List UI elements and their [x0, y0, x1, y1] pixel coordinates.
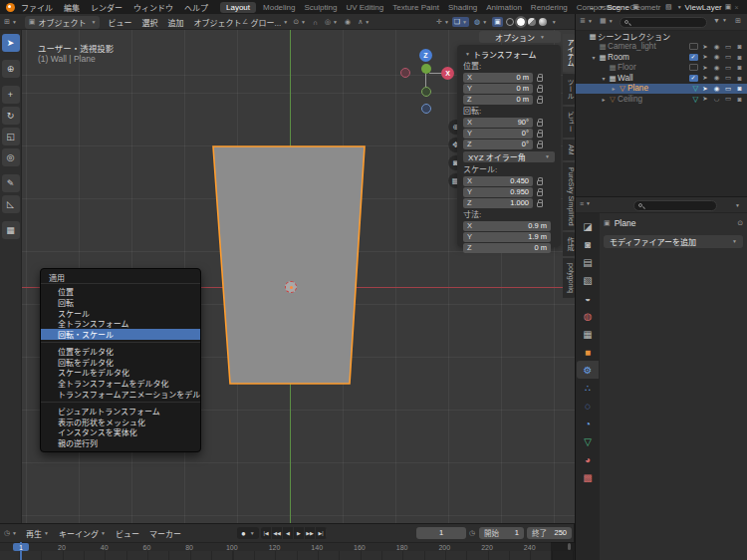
gizmo-neg-x-axis[interactable]	[400, 68, 410, 78]
scale-z-field[interactable]: Z1.000	[463, 198, 533, 208]
snap-target-dropdown[interactable]: ◎▼	[325, 18, 338, 26]
select-icon[interactable]: ➤	[701, 85, 710, 93]
camera-icon[interactable]: ◙	[735, 85, 744, 92]
annotate-tool[interactable]: ✎	[2, 174, 20, 192]
menu-item-スケールをデルタ化[interactable]: スケールをデルタ化	[41, 368, 200, 379]
menu-item-スケール[interactable]: スケール	[41, 308, 200, 319]
tab-constraints[interactable]: ◔	[577, 415, 599, 432]
eye-icon[interactable]: ◉	[712, 85, 721, 93]
collection-checkbox[interactable]	[689, 54, 698, 61]
viewport-menu-オブジェクト[interactable]: オブジェクト	[193, 17, 241, 28]
workspace-tab-UV Editing[interactable]: UV Editing	[346, 3, 383, 12]
shading-solid-button[interactable]	[517, 18, 525, 26]
expand-icon[interactable]: ▸	[600, 96, 608, 103]
outliner-row-Floor[interactable]: ▦Floor➤◉▭◙	[576, 63, 747, 74]
timeline-menu-キーイング[interactable]: キーイング▼	[59, 528, 106, 539]
lock-icon[interactable]	[537, 180, 543, 185]
outliner-row-Plane[interactable]: ▸▽Plane▽➤◉▭◙	[576, 84, 747, 95]
tab-data[interactable]: ▽	[577, 432, 599, 450]
scale-x-field[interactable]: X0.450	[463, 176, 533, 186]
menu-item-全トランスフォーム[interactable]: 全トランスフォーム	[41, 318, 200, 329]
expand-icon[interactable]: ▾	[590, 54, 598, 61]
pin-icon[interactable]: ⊙	[737, 219, 743, 227]
snap-toggle[interactable]: ∩	[311, 18, 320, 27]
menubar-item-編集[interactable]: 編集	[64, 2, 80, 13]
rotation-mode-dropdown[interactable]: XYZ オイラー角▼	[463, 151, 555, 162]
eye-icon[interactable]: ◉	[712, 53, 721, 61]
scene-name[interactable]: Scene	[607, 3, 629, 12]
camera-icon[interactable]: ◙	[735, 43, 744, 50]
gizmo-x-axis[interactable]: X	[441, 67, 454, 80]
show-gizmo-dropdown[interactable]: ✛▼	[436, 18, 449, 26]
wall-mesh-object[interactable]	[213, 146, 365, 384]
add-modifier-button[interactable]: モディファイアーを追加▼	[604, 235, 743, 248]
move-tool[interactable]: +	[2, 86, 20, 104]
timeline-menu-再生[interactable]: 再生▼	[26, 528, 49, 539]
collection-checkbox[interactable]	[689, 43, 698, 50]
tab-modifier[interactable]: ⚙	[577, 361, 599, 379]
xray-toggle[interactable]: ▣	[492, 17, 503, 27]
lock-icon[interactable]	[537, 191, 543, 196]
workspace-tab-Sculpting[interactable]: Sculpting	[305, 3, 338, 12]
transform-tool[interactable]: ◎	[2, 148, 20, 166]
camera-icon[interactable]: ◙	[735, 96, 744, 103]
shading-options-dropdown[interactable]: ▼	[552, 20, 557, 25]
rotation-z-field[interactable]: Z0°	[463, 140, 533, 149]
viewport-menu-選択[interactable]: 選択	[141, 17, 157, 28]
menubar-item-ヘルプ[interactable]: ヘルプ	[184, 2, 208, 13]
menu-item-表示の形状をメッシュ化[interactable]: 表示の形状をメッシュ化	[41, 417, 200, 427]
properties-options-dropdown[interactable]: ▼	[735, 203, 740, 208]
select-icon[interactable]: ➤	[701, 53, 710, 61]
menu-item-全トランスフォームをデルタ化[interactable]: 全トランスフォームをデルタ化	[41, 378, 200, 389]
lock-icon[interactable]	[537, 99, 543, 104]
workspace-tab-Layout[interactable]: Layout	[220, 2, 256, 13]
timeline-tracks[interactable]	[0, 551, 575, 560]
outliner-display-mode-dropdown[interactable]: ▦▼	[600, 17, 614, 25]
auto-keying-toggle[interactable]: ●▼	[237, 527, 259, 539]
lock-icon[interactable]	[537, 143, 543, 148]
properties-editor-type-button[interactable]: ≡▼	[580, 200, 591, 207]
tab-object[interactable]: ■	[577, 343, 599, 361]
gizmo-y-axis[interactable]	[421, 64, 431, 74]
viewlayer-name[interactable]: ViewLayer	[685, 3, 722, 12]
lock-icon[interactable]	[537, 202, 543, 207]
shading-rendered-button[interactable]	[539, 18, 547, 26]
eye-icon[interactable]: ◉	[712, 74, 721, 82]
timeline-scrollbar[interactable]	[568, 543, 571, 550]
jump-to-end-button[interactable]: ▶|	[316, 527, 327, 539]
tab-output[interactable]: ▤	[577, 253, 599, 271]
current-frame-field[interactable]: 1	[416, 527, 466, 539]
eye-closed-icon[interactable]: ◡	[712, 95, 721, 103]
tab-world[interactable]: ◍	[577, 307, 599, 325]
eye-icon[interactable]: ◉	[712, 64, 721, 72]
camera-icon[interactable]: ◙	[735, 75, 744, 82]
jump-to-start-button[interactable]: |◀	[261, 527, 272, 539]
menu-item-回転をデルタ化[interactable]: 回転をデルタ化	[41, 357, 200, 368]
menubar-item-ファイル[interactable]: ファイル	[21, 2, 53, 13]
outliner-search-input[interactable]	[620, 17, 707, 28]
tab-texture[interactable]: ▩	[577, 468, 599, 486]
proportional-falloff-dropdown[interactable]: ∧▼	[358, 18, 370, 26]
dimensions-x-field[interactable]: X0.9 m	[463, 221, 551, 231]
timeline-editor-type-button[interactable]: ◷▼	[4, 529, 17, 537]
scale-y-field[interactable]: Y0.950	[463, 187, 533, 197]
timeline-ruler[interactable]: 20406080100120140160180200220240	[0, 542, 575, 551]
menu-item-位置をデルタ化[interactable]: 位置をデルタ化	[41, 346, 200, 357]
expand-icon[interactable]: ▾	[600, 75, 608, 82]
unlink-scene-icon[interactable]: ×	[642, 4, 646, 11]
screen-icon[interactable]: ▭	[724, 43, 733, 51]
screen-icon[interactable]: ▭	[724, 85, 733, 93]
outliner-row-Room[interactable]: ▾▦Room➤◉▭◙	[576, 52, 747, 63]
timeline-menu-マーカー[interactable]: マーカー	[149, 528, 181, 539]
collection-checkbox[interactable]	[689, 75, 698, 82]
tab-tool[interactable]: ◪	[577, 217, 599, 235]
new-viewlayer-icon[interactable]: ▣	[725, 3, 732, 11]
mode-selector[interactable]: ▣ オブジェクト▼	[25, 16, 101, 29]
properties-search-input[interactable]	[633, 200, 717, 211]
pivot-point-dropdown[interactable]: ⊙▼	[293, 18, 306, 26]
rotate-tool[interactable]: ↻	[2, 107, 20, 125]
select-box-tool[interactable]: ➤	[2, 34, 20, 52]
remove-viewlayer-icon[interactable]: ×	[734, 4, 738, 11]
select-icon[interactable]: ➤	[701, 64, 710, 72]
gizmo-z-axis[interactable]: Z	[419, 49, 432, 62]
